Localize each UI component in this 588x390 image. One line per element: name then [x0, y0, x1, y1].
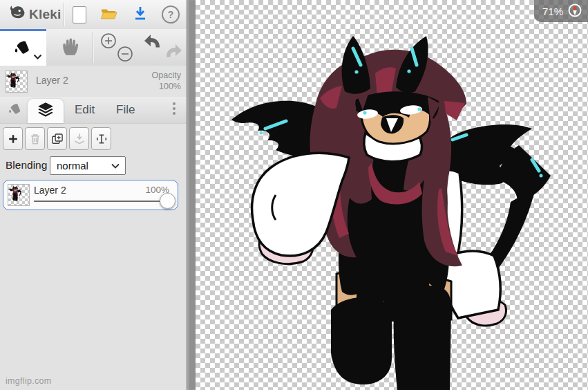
layer-actions — [3, 127, 111, 150]
plus-icon — [6, 132, 20, 146]
zoom-out-icon — [118, 47, 132, 61]
blending-row: Blending normal — [0, 156, 187, 176]
hand-tool-button[interactable] — [46, 29, 93, 66]
redo-icon — [167, 44, 182, 57]
drawing-canvas[interactable]: 71% — [196, 0, 588, 390]
opacity-label: Opacity — [152, 70, 181, 81]
top-toolbar: Kleki — [0, 0, 187, 30]
zoom-level-value: 71% — [542, 6, 563, 17]
opacity-slider-handle[interactable] — [160, 193, 176, 209]
layer-item-name: Layer 2 — [34, 185, 66, 196]
blending-label: Blending — [6, 159, 47, 171]
duplicate-icon — [50, 132, 64, 146]
kleki-logo-icon — [8, 4, 26, 25]
opacity-slider-track[interactable] — [34, 201, 167, 202]
topbar-separator — [64, 3, 64, 26]
tab-edit[interactable]: Edit — [75, 97, 95, 123]
select-chevron-icon — [111, 163, 125, 169]
rename-layer-button[interactable] — [91, 127, 111, 150]
save-download-button[interactable] — [131, 5, 150, 24]
blending-select[interactable]: normal — [50, 156, 126, 175]
merge-down-icon — [73, 132, 86, 146]
zoom-level-badge: 71% — [534, 0, 588, 22]
help-button[interactable]: ? — [161, 5, 180, 24]
hand-icon — [59, 36, 80, 59]
history-tools — [139, 29, 187, 66]
help-icon: ? — [162, 6, 180, 24]
delete-layer-button[interactable] — [25, 127, 45, 150]
fill-bucket-small-icon — [7, 100, 25, 120]
open-file-button[interactable] — [99, 5, 118, 24]
new-file-icon — [73, 6, 86, 24]
duplicate-layer-button[interactable] — [47, 127, 67, 150]
fill-bucket-icon — [12, 37, 35, 60]
opacity-indicator: Opacity 100% — [152, 70, 181, 93]
app-title: Kleki — [29, 7, 61, 22]
kleki-app-window: Kleki — [0, 0, 588, 390]
opacity-value: 100% — [152, 81, 181, 92]
app-logo: Kleki — [8, 4, 61, 25]
open-folder-icon — [99, 6, 117, 24]
active-layer-name: Layer 2 — [36, 75, 68, 86]
undo-icon — [144, 35, 160, 48]
fill-tool-button[interactable] — [0, 29, 46, 66]
layer-thumbnail[interactable] — [6, 71, 28, 93]
blending-value: normal — [50, 160, 111, 171]
panel-tabs: Edit File — [0, 97, 187, 124]
zoom-in-icon — [102, 34, 115, 48]
active-layer-preview: Layer 2 Opacity 100% — [0, 66, 187, 97]
layers-icon — [37, 101, 55, 122]
layer-item-thumbnail — [8, 184, 30, 206]
fill-options-chevron-icon[interactable] — [33, 50, 42, 62]
tool-row — [0, 29, 187, 66]
tab-fill-settings[interactable] — [4, 97, 28, 123]
new-file-button[interactable] — [70, 5, 89, 24]
download-icon — [132, 5, 149, 24]
character-artwork — [196, 0, 588, 390]
more-options-kebab-icon[interactable] — [173, 102, 176, 115]
merge-down-button[interactable] — [69, 127, 89, 150]
imgflip-watermark: imgflip.com — [6, 376, 52, 386]
tab-file[interactable]: File — [116, 97, 135, 123]
sidebar: Kleki — [0, 0, 187, 390]
zoom-tools — [93, 29, 139, 66]
tab-layers[interactable] — [28, 99, 64, 123]
layer-list-item[interactable]: Layer 2 100% — [3, 180, 178, 210]
add-layer-button[interactable] — [3, 127, 23, 150]
rename-icon — [95, 132, 108, 146]
trash-icon — [28, 132, 42, 146]
compass-icon — [567, 3, 582, 20]
